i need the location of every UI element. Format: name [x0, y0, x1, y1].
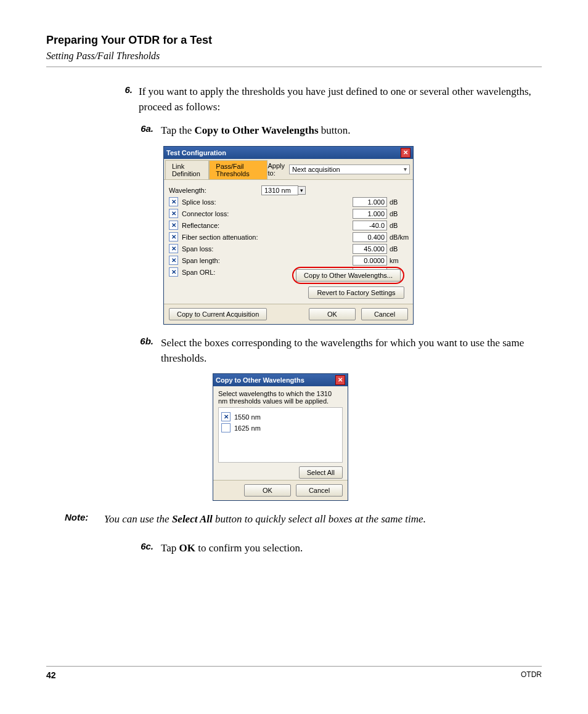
list-item: ✕ 1550 nm	[221, 412, 340, 421]
checkbox-splice-loss[interactable]: ✕	[169, 197, 178, 206]
label: Span loss:	[182, 245, 268, 253]
chevron-down-icon[interactable]: ▾	[298, 186, 306, 195]
unit: km	[390, 257, 408, 264]
screenshot-copy-dialog: Copy to Other Wavelengths ✕ Select wavel…	[213, 373, 348, 501]
close-icon[interactable]: ✕	[335, 375, 345, 385]
text-run: button.	[321, 124, 351, 136]
row-span-loss: ✕ Span loss: 45.000 dB	[169, 244, 408, 254]
text-run: to confirm you selection.	[198, 542, 303, 554]
window-title: Test Configuration	[166, 149, 226, 156]
input-splice-loss[interactable]: 1.000	[353, 197, 387, 207]
copy-to-other-wavelengths-button[interactable]: Copy to Other Wavelengths...	[296, 269, 401, 282]
row-reflectance: ✕ Reflectance: -40.0 dB	[169, 221, 408, 230]
close-icon[interactable]: ✕	[401, 148, 410, 158]
text-run: Tap the	[161, 124, 195, 136]
note: Note: You can use the Select All button …	[65, 512, 542, 527]
label: Reflectance:	[182, 222, 268, 229]
tab-pass-fail-thresholds[interactable]: Pass/Fail Thresholds	[209, 160, 267, 179]
note-label: Note:	[65, 512, 104, 527]
section-subtitle: Setting Pass/Fail Thresholds	[46, 51, 542, 62]
input-span-loss[interactable]: 45.000	[353, 244, 387, 254]
page-number: 42	[46, 670, 56, 680]
ok-button[interactable]: OK	[309, 308, 356, 320]
input-span-length[interactable]: 0.0000	[353, 256, 387, 266]
text-run: Tap	[161, 542, 179, 554]
label: Span length:	[182, 257, 268, 264]
unit: dB	[390, 198, 408, 206]
input-connector-loss[interactable]: 1.000	[353, 209, 387, 219]
label: Fiber section attenuation:	[182, 233, 268, 241]
step-text: If you want to apply the thresholds you …	[139, 84, 542, 115]
list-item: ✕ 1625 nm	[221, 423, 340, 432]
row-fiber-section-attenuation: ✕ Fiber section attenuation: 0.400 dB/km	[169, 232, 408, 242]
substep-number: 6c.	[133, 541, 161, 556]
substep-text: Tap the Copy to Other Wavelengths button…	[161, 123, 351, 139]
dialog-title: Copy to Other Wavelengths	[216, 376, 304, 384]
row-splice-loss: ✕ Splice loss: 1.000 dB	[169, 197, 408, 207]
wavelength-select[interactable]: 1310 nm	[261, 185, 298, 195]
input-fiber-section[interactable]: 0.400	[353, 232, 387, 242]
list-item-label: 1625 nm	[234, 424, 261, 432]
ok-button[interactable]: OK	[244, 484, 291, 497]
dialog-message: Select wavelengths to which the 1310 nm …	[213, 386, 348, 407]
substep-number: 6a.	[133, 123, 161, 139]
label: Connector loss:	[182, 210, 268, 217]
cancel-button[interactable]: Cancel	[296, 484, 343, 497]
label: Splice loss:	[182, 198, 268, 206]
chapter-title: Preparing Your OTDR for a Test	[46, 34, 542, 47]
screenshot-test-configuration: Test Configuration ✕ Link Definition Pas…	[163, 146, 414, 325]
tab-link-definition[interactable]: Link Definition	[165, 160, 209, 179]
input-reflectance[interactable]: -40.0	[353, 221, 387, 230]
note-text: You can use the Select All button to qui…	[104, 512, 426, 527]
revert-to-factory-button[interactable]: Revert to Factory Settings	[308, 286, 404, 299]
bold-run: OK	[179, 542, 195, 554]
text-run: button to quickly select all boxes at th…	[215, 513, 426, 525]
cancel-button[interactable]: Cancel	[361, 308, 408, 320]
label: Span ORL:	[182, 269, 268, 276]
substep-text: Select the boxes corresponding to the wa…	[161, 336, 542, 366]
row-connector-loss: ✕ Connector loss: 1.000 dB	[169, 209, 408, 219]
unit: dB	[390, 222, 408, 229]
step-6: 6. If you want to apply the thresholds y…	[114, 84, 542, 115]
checkbox-span-length[interactable]: ✕	[169, 256, 178, 265]
apply-to-select[interactable]: Next acquisition	[289, 164, 410, 174]
checkbox-1550[interactable]: ✕	[221, 412, 231, 421]
checkbox-fiber-section[interactable]: ✕	[169, 232, 178, 241]
row-span-length: ✕ Span length: 0.0000 km	[169, 256, 408, 266]
wavelength-label: Wavelength:	[169, 187, 261, 194]
dialog-titlebar: Copy to Other Wavelengths ✕	[213, 374, 348, 386]
unit: dB/km	[390, 233, 408, 241]
bold-run: Copy to Other Wavelengths	[195, 124, 319, 136]
checkbox-1625[interactable]: ✕	[221, 423, 231, 432]
unit: dB	[390, 210, 408, 217]
select-all-button[interactable]: Select All	[299, 466, 343, 479]
substep-text: Tap OK to confirm you selection.	[161, 541, 303, 556]
list-item-label: 1550 nm	[234, 413, 261, 421]
header-rule	[46, 67, 542, 67]
unit: dB	[390, 245, 408, 253]
checkbox-span-loss[interactable]: ✕	[169, 244, 178, 253]
doc-name: OTDR	[521, 670, 542, 680]
checkbox-span-orl[interactable]: ✕	[169, 267, 178, 277]
wavelength-list: ✕ 1550 nm ✕ 1625 nm	[218, 407, 343, 463]
step-6c: 6c. Tap OK to confirm you selection.	[133, 541, 542, 556]
tab-strip: Link Definition Pass/Fail Thresholds App…	[164, 159, 413, 180]
text-run: You can use the	[104, 513, 172, 525]
bold-run: Select All	[172, 513, 213, 525]
copy-to-current-acquisition-button[interactable]: Copy to Current Acquisition	[169, 308, 267, 320]
step-6b: 6b. Select the boxes corresponding to th…	[133, 336, 542, 366]
substep-number: 6b.	[133, 336, 161, 366]
step-number: 6.	[114, 84, 139, 115]
checkbox-reflectance[interactable]: ✕	[169, 221, 178, 230]
checkbox-connector-loss[interactable]: ✕	[169, 209, 178, 218]
window-titlebar: Test Configuration ✕	[164, 147, 413, 159]
page-footer: 42 OTDR	[46, 666, 542, 680]
apply-to-label: Apply to:	[267, 162, 289, 177]
callout-highlight: Copy to Other Wavelengths...	[292, 267, 404, 284]
step-6a: 6a. Tap the Copy to Other Wavelengths bu…	[133, 123, 542, 139]
